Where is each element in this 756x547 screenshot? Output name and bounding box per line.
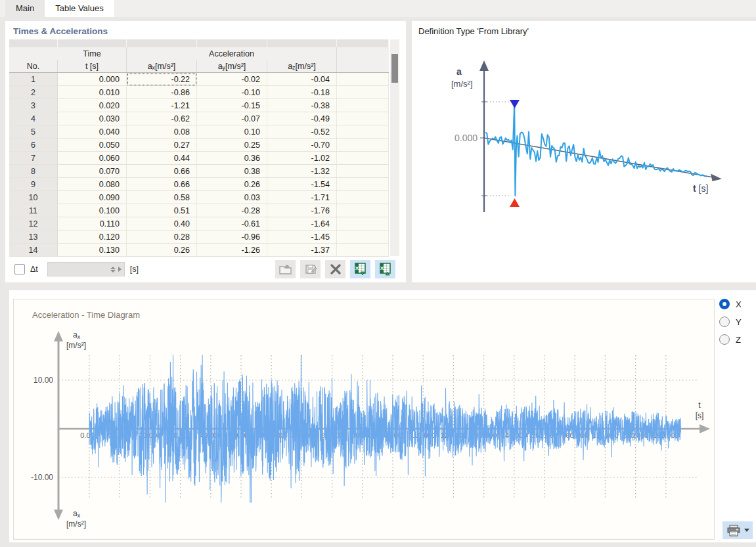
table-cell[interactable]: 0.36 [197,152,267,165]
table-cell[interactable]: -1.54 [267,178,337,191]
table-cell[interactable]: -0.52 [267,125,337,139]
excel-export-button[interactable]: X [350,260,370,278]
table-cell[interactable]: 0.26 [127,244,197,257]
column-grip[interactable] [127,39,197,47]
column-grip[interactable] [197,39,267,47]
row-number[interactable]: 13 [9,230,58,244]
table-cell-empty[interactable] [337,125,389,139]
table-cell-empty[interactable] [337,191,389,204]
table-cell[interactable]: 0.040 [58,125,127,139]
spinner-apply-icon[interactable] [118,267,122,272]
row-number[interactable]: 2 [9,86,58,99]
table-cell[interactable]: -1.32 [267,165,337,178]
table-cell-empty[interactable] [337,204,389,217]
import-file-button[interactable] [275,260,296,278]
table-cell[interactable]: -0.15 [197,99,267,112]
table-cell[interactable]: -1.02 [267,152,337,165]
row-number[interactable]: 6 [9,139,58,152]
scrollbar-thumb[interactable] [391,54,398,83]
row-number[interactable]: 8 [9,165,58,178]
table-cell-empty[interactable] [337,73,389,86]
table-cell[interactable]: 0.66 [127,178,197,191]
table-cell-empty[interactable] [337,99,389,112]
table-cell[interactable]: -1.26 [197,244,267,257]
table-cell-empty[interactable] [337,244,389,257]
excel-import-button[interactable]: X [375,260,395,278]
table-cell-empty[interactable] [337,139,389,152]
radio-y-icon[interactable] [719,317,730,327]
table-cell-empty[interactable] [337,230,389,244]
table-cell[interactable]: -0.49 [267,112,337,125]
print-dropdown-icon[interactable] [744,529,749,532]
table-cell[interactable]: 0.000 [58,73,127,86]
column-header-ay[interactable]: ay [m/s²] [197,60,267,72]
table-cell[interactable]: -0.10 [197,86,267,99]
table-cell[interactable]: 0.08 [127,125,197,139]
row-number[interactable]: 4 [9,112,58,125]
row-number[interactable]: 11 [9,204,58,217]
table-cell[interactable]: -0.18 [267,86,337,99]
table-cell[interactable]: 0.050 [58,139,127,152]
column-header-az[interactable]: az [m/s²] [267,60,337,72]
table-cell[interactable]: -0.02 [197,73,267,86]
table-cell[interactable]: 0.10 [197,125,267,139]
table-cell[interactable]: 0.120 [58,230,127,244]
table-cell[interactable]: 0.110 [58,217,127,230]
tab-main[interactable]: Main [5,0,45,17]
tab-table-values[interactable]: Table Values [45,0,114,17]
table-cell[interactable]: 0.100 [58,204,127,217]
table-cell[interactable]: 0.130 [58,244,127,257]
table-cell[interactable]: -0.61 [197,217,267,230]
table-cell[interactable]: -0.04 [267,73,337,86]
table-cell[interactable]: 0.090 [58,191,127,204]
table-cell[interactable]: 0.51 [127,204,197,217]
table-cell[interactable]: 0.03 [197,191,267,204]
table-cell[interactable]: 0.58 [127,191,197,204]
dt-checkbox[interactable] [14,264,25,274]
table-cell[interactable]: 0.010 [58,86,127,99]
table-cell[interactable]: 0.25 [197,139,267,152]
table-cell[interactable]: -1.37 [267,244,337,257]
radio-y[interactable]: Y [719,317,742,327]
row-number[interactable]: 12 [9,217,58,230]
table-cell[interactable]: 0.020 [58,99,127,112]
spinner-arrows-icon[interactable] [110,267,116,273]
table-cell[interactable]: 0.060 [58,152,127,165]
table-cell[interactable]: 0.26 [197,178,267,191]
dt-spinner[interactable] [47,262,125,276]
print-button[interactable] [723,521,753,539]
table-cell[interactable]: -1.71 [267,191,337,204]
column-header-t[interactable]: t [s] [58,60,127,72]
column-header-ax[interactable]: ax [m/s²] [127,60,197,72]
table-cell-empty[interactable] [337,86,389,99]
radio-x-icon[interactable] [719,299,730,309]
delete-button[interactable] [325,260,345,278]
row-number[interactable]: 7 [9,152,58,165]
radio-x[interactable]: X [719,299,742,309]
column-grip[interactable] [267,39,337,47]
table-cell[interactable]: -0.86 [127,86,197,99]
row-number[interactable]: 9 [9,178,58,191]
table-cell[interactable]: 0.27 [127,139,197,152]
table-cell[interactable]: -0.07 [197,112,267,125]
table-scrollbar[interactable] [390,39,399,256]
row-number[interactable]: 10 [9,191,58,204]
table-cell-empty[interactable] [337,152,389,165]
table-cell[interactable]: 0.40 [127,217,197,230]
column-grip[interactable] [337,39,389,47]
table-cell[interactable]: 0.38 [197,165,267,178]
table-cell-empty[interactable] [337,165,389,178]
table-cell-empty[interactable] [337,112,389,125]
table-cell[interactable]: 0.44 [127,152,197,165]
table-cell[interactable]: 0.080 [58,178,127,191]
table-cell[interactable]: -1.64 [267,217,337,230]
column-grip[interactable] [58,39,127,47]
row-number[interactable]: 5 [9,125,58,139]
column-header-no[interactable]: No. [9,60,58,72]
table-cell[interactable]: 0.28 [127,230,197,244]
table-cell[interactable]: -0.28 [197,204,267,217]
radio-z-icon[interactable] [719,334,730,345]
radio-z[interactable]: Z [719,334,742,345]
table-cell[interactable]: 0.070 [58,165,127,178]
table-cell[interactable]: -0.38 [267,99,337,112]
